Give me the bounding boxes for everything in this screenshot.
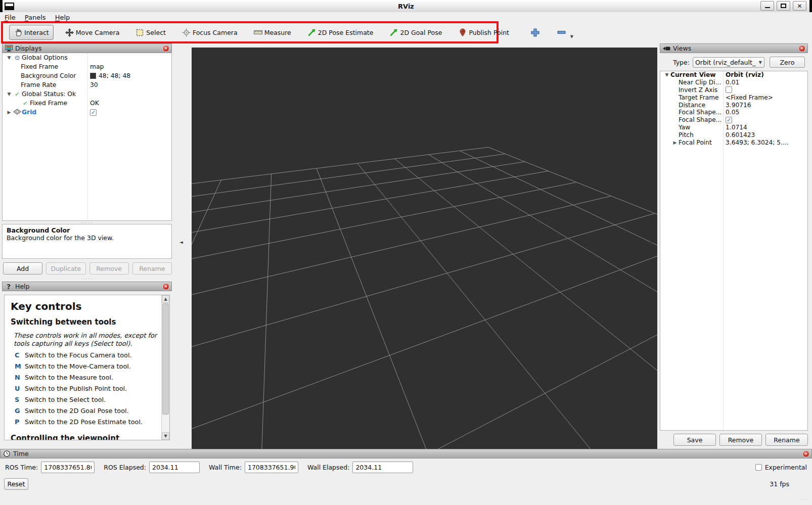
wall-elapsed-input[interactable]	[352, 462, 413, 473]
checkbox-unchecked[interactable]	[726, 86, 732, 93]
property-value-cell[interactable]: <Fixed Frame>	[723, 94, 807, 101]
property-name: Focal Shape...	[679, 109, 721, 116]
shortcut-key: M	[15, 362, 25, 370]
expander-closed-icon[interactable]: ▶	[671, 140, 679, 145]
property-name: Yaw	[679, 124, 690, 131]
type-label: Type:	[673, 59, 690, 66]
property-name: Background Color	[21, 72, 76, 79]
expander-closed-icon[interactable]: ▶	[6, 110, 13, 115]
help-icon: ?	[5, 283, 13, 290]
views-tree-row[interactable]: ▶Focal Point3.6493; 6.3024; 5....	[660, 139, 807, 146]
description-body: Background color for the 3D view.	[7, 234, 167, 242]
views-close-icon[interactable]: ✕	[798, 45, 805, 52]
views-tree-row[interactable]: Target Frame<Fixed Frame>	[660, 94, 807, 101]
help-close-icon[interactable]: ✕	[162, 283, 169, 290]
menu-item-help[interactable]: Help	[51, 13, 75, 22]
3d-viewport[interactable]	[192, 48, 657, 449]
views-tree-row[interactable]: Yaw1.0714	[660, 124, 807, 131]
view-type-dropdown[interactable]: Orbit (rviz_default_ ▼	[693, 57, 764, 68]
checkbox-checked[interactable]: ✓	[726, 117, 732, 123]
tool-select[interactable]: Select	[131, 25, 170, 40]
remove-tool-button[interactable]: ▼	[555, 26, 568, 39]
property-value-cell[interactable]: 30	[87, 81, 171, 88]
views-tree-row[interactable]: Invert Z Axis	[660, 86, 807, 94]
ros-time-input[interactable]	[41, 462, 95, 473]
zero-button[interactable]: Zero	[770, 57, 805, 68]
property-value-cell[interactable]: map	[87, 63, 171, 70]
time-panel-title: Time	[13, 450, 802, 457]
tool-move-camera[interactable]: Move Camera	[61, 25, 124, 40]
left-panel-collapse-icon[interactable]: ◄	[179, 240, 183, 245]
property-value-cell[interactable]: 0.05	[723, 109, 807, 116]
minimize-button[interactable]	[760, 1, 774, 11]
property-value-cell[interactable]: 0.601423	[723, 131, 807, 139]
tool-publish-point[interactable]: Publish Point	[454, 25, 514, 40]
property-label-cell: ▶Grid	[3, 109, 87, 116]
help-scrollbar[interactable]: ▲ ▼	[161, 295, 169, 440]
close-window-button[interactable]: ✕	[793, 1, 806, 11]
help-subheading: Switching between tools	[11, 317, 160, 327]
time-close-icon[interactable]: ✕	[802, 450, 809, 457]
display-tree-row[interactable]: Fixed Framemap	[3, 62, 171, 71]
resize-grip[interactable]: ···	[800, 497, 808, 502]
tool-2d-goal-pose[interactable]: 2D Goal Pose	[385, 25, 446, 40]
view-type-value: Orbit (rviz_default_	[695, 59, 758, 66]
tool-interact[interactable]: Interact	[9, 25, 54, 40]
property-name: Distance	[679, 102, 705, 109]
add-button[interactable]: Add	[3, 262, 42, 274]
tool-label: Move Camera	[76, 29, 120, 36]
rename-button[interactable]: Rename	[765, 434, 808, 446]
chevron-down-icon: ▼	[570, 34, 573, 39]
property-label-cell: Near Clip Di...	[660, 79, 723, 86]
scroll-up-icon[interactable]: ▲	[162, 295, 169, 303]
views-tree-row[interactable]: ▼Current ViewOrbit (rviz)	[660, 71, 807, 79]
remove-button[interactable]: Remove	[719, 434, 762, 446]
window-title: RViz	[3, 3, 809, 10]
property-value-cell[interactable]	[723, 86, 807, 93]
tool-measure[interactable]: Measure	[249, 25, 296, 40]
display-tree-row[interactable]: Frame Rate30	[3, 80, 171, 89]
property-value-cell[interactable]: ✓	[87, 109, 171, 116]
display-tree-row[interactable]: Background Color48; 48; 48	[3, 71, 171, 80]
experimental-checkbox[interactable]	[755, 464, 762, 471]
display-tree-row[interactable]: ▶Grid✓	[3, 108, 171, 117]
menu-item-panels[interactable]: Panels	[20, 13, 51, 22]
shortcut-row: GSwitch to the 2D Goal Pose tool.	[15, 407, 160, 415]
scroll-down-icon[interactable]: ▼	[162, 432, 169, 440]
expander-open-icon[interactable]: ▼	[6, 55, 13, 60]
views-tree-row[interactable]: Distance3.90716	[660, 101, 807, 109]
splitter-grip[interactable]: ·····	[81, 277, 93, 282]
tool-focus-camera[interactable]: Focus Camera	[177, 25, 242, 40]
scrollbar-thumb[interactable]	[162, 303, 169, 415]
property-value-cell[interactable]: 3.90716	[723, 102, 807, 109]
displays-close-icon[interactable]: ✕	[162, 45, 169, 52]
property-value-cell[interactable]: 3.6493; 6.3024; 5....	[723, 139, 807, 146]
views-tree-row[interactable]: Focal Shape...✓	[660, 116, 807, 124]
expander-open-icon[interactable]: ▼	[663, 72, 670, 77]
display-tree-row[interactable]: ✓Fixed FrameOK	[3, 99, 171, 108]
views-tree-row[interactable]: Pitch0.601423	[660, 131, 807, 139]
wall-time-input[interactable]	[245, 462, 298, 473]
annotation-rectangle: InteractMove CameraSelectFocus CameraMea…	[1, 21, 499, 43]
add-tool-button[interactable]	[529, 26, 542, 39]
menu-item-file[interactable]: File	[0, 13, 20, 22]
reset-button[interactable]: Reset	[4, 478, 28, 490]
checkbox-checked[interactable]: ✓	[90, 109, 97, 116]
property-value-cell[interactable]: 0.01	[723, 79, 807, 86]
property-value-cell[interactable]: Orbit (rviz)	[723, 71, 807, 78]
display-tree-row[interactable]: ▼⚙Global Options	[3, 53, 171, 62]
views-tree-row[interactable]: Near Clip Di...0.01	[660, 79, 807, 86]
views-tree-row[interactable]: Focal Shape...0.05	[660, 109, 807, 116]
right-panel-collapse-icon[interactable]: ►	[649, 240, 652, 245]
property-value-cell[interactable]: 1.0714	[723, 124, 807, 131]
shortcut-key: N	[15, 374, 25, 381]
property-value-cell[interactable]: ✓	[723, 117, 807, 123]
property-value-cell[interactable]: OK	[87, 100, 171, 107]
save-button[interactable]: Save	[673, 434, 716, 446]
tool-2d-pose-estimate[interactable]: 2D Pose Estimate	[303, 25, 378, 40]
maximize-button[interactable]	[777, 1, 790, 11]
ros-elapsed-input[interactable]	[149, 462, 200, 473]
property-value-cell[interactable]: 48; 48; 48	[87, 72, 171, 79]
display-tree-row[interactable]: ▼✓Global Status: Ok	[3, 89, 171, 99]
expander-open-icon[interactable]: ▼	[6, 91, 13, 97]
